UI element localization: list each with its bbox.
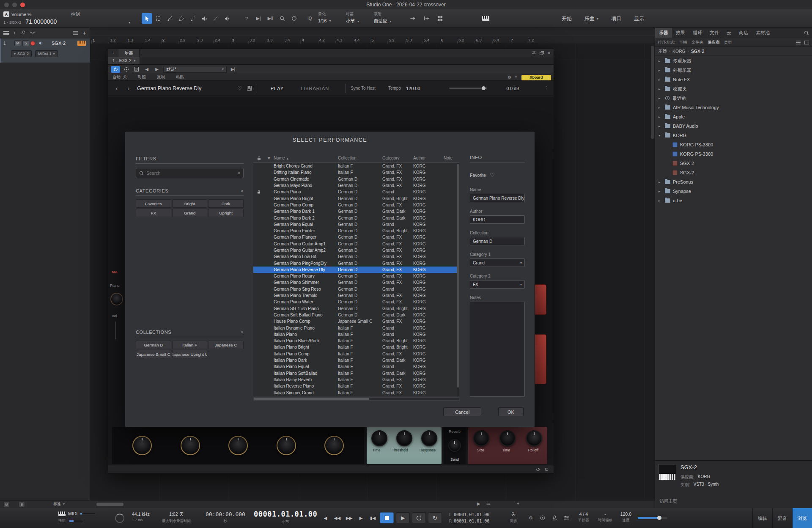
category-filter-FX[interactable]: FX (136, 209, 171, 217)
name-column-header[interactable]: Name ▲ (274, 156, 338, 160)
tree-item-KORG PS-3300[interactable]: KORG PS-3300 (655, 149, 812, 159)
redo-icon[interactable]: ↻ (544, 467, 549, 473)
info-category1-select[interactable]: Grand▾ (470, 258, 525, 267)
snap-select[interactable]: 吸附 自适应▾ (374, 11, 404, 24)
tool-icon[interactable] (20, 30, 25, 36)
page-button-乐曲[interactable]: 乐曲▾ (584, 15, 598, 22)
browser-tab-商店[interactable]: 商店 (735, 28, 752, 38)
piano-param-knob-4[interactable] (277, 436, 296, 455)
piano-param-knob-3[interactable] (228, 436, 248, 455)
clock-display[interactable]: 00:00:00.000 秒 (202, 511, 249, 524)
performance-monitor[interactable]: MIDI 性能 (58, 511, 95, 523)
collection-filter-Japanese Small C[interactable]: Japanese Small C (136, 350, 171, 358)
keyboard-icon[interactable] (481, 13, 490, 24)
undo-icon[interactable]: ↺ (536, 467, 540, 473)
tree-arrow-icon[interactable]: ▸ (658, 115, 662, 119)
paint-tool[interactable] (176, 13, 187, 24)
tree-arrow-icon[interactable]: ▸ (658, 87, 662, 91)
piano-param-knob-5[interactable] (324, 436, 344, 455)
quantize-select[interactable]: 量化 1/16▾ (318, 11, 344, 23)
instrument-tab[interactable]: 乐器 (118, 49, 140, 57)
performance-row[interactable]: Italian PianoItalian FGrandKORG (253, 331, 459, 338)
performance-row[interactable]: Drifting Italian PianoItalian FGrand, FX… (253, 169, 459, 176)
paste-button[interactable]: 粘贴 (176, 74, 184, 80)
iq-label[interactable]: IQ (307, 16, 312, 21)
play-button[interactable]: ▶ (396, 512, 410, 523)
tree-item-SGX-2[interactable]: SGX-2 (655, 168, 812, 177)
follow-cursor-icon[interactable]: ▶ (477, 501, 480, 506)
favorite-toggle-icon[interactable]: ♡ (490, 172, 495, 178)
browser-tab-效果[interactable]: 效果 (672, 28, 689, 38)
tree-item-KORG[interactable]: ▾KORG (655, 131, 812, 140)
category-filter-Upright[interactable]: Upright (208, 209, 244, 217)
sync-display[interactable]: 关 同步 (506, 512, 521, 524)
category-filter-Bright[interactable]: Bright (172, 199, 208, 208)
add-tab-button[interactable]: + (108, 49, 118, 57)
knife-tool[interactable] (187, 13, 198, 24)
tree-arrow-icon[interactable]: ▾ (658, 134, 662, 138)
step-forward-button[interactable]: ▶ (356, 512, 366, 523)
wave-icon[interactable] (30, 31, 36, 35)
sort-option-文件夹[interactable]: 文件夹 (691, 40, 704, 45)
detach-icon[interactable] (540, 51, 544, 55)
control-link-display[interactable]: 控制 ▾ (71, 11, 130, 26)
sort-option-平铺[interactable]: 平铺 (679, 40, 687, 45)
browser-tab-素材池[interactable]: 素材池 (752, 28, 774, 38)
piano-param-knob-1[interactable] (132, 436, 152, 455)
tree-item-AIR Music Technology[interactable]: ▸AIR Music Technology (655, 103, 812, 112)
return-to-start-button[interactable]: ▮◀ (368, 512, 378, 523)
performance-row[interactable]: German Piano EqualGerman DGrandKORG (253, 221, 459, 228)
mute-tool[interactable] (199, 13, 209, 24)
dyn-threshold-knob[interactable] (396, 430, 412, 446)
automation-display[interactable]: AVolume % 1 - SGX-271.0000000 (3, 11, 57, 25)
performance-row[interactable]: German Piano Dark 2German DGrand, DarkKO… (253, 214, 459, 221)
zoom-in-icon[interactable]: + (517, 501, 519, 506)
dyn-response-knob[interactable] (421, 430, 437, 446)
performance-row[interactable]: German Piano PingPongDlyGerman DGrand, F… (253, 260, 459, 266)
rev-rolloff-knob[interactable] (526, 430, 542, 446)
tree-arrow-icon[interactable]: ▸ (658, 124, 662, 128)
sort-option-类型[interactable]: 类型 (724, 40, 732, 45)
automation-mode[interactable]: 自动: 关 (112, 74, 127, 80)
reverb-send-knob[interactable] (448, 439, 461, 452)
performance-row[interactable]: Italian Piano BrightItalian FGrand, Brig… (253, 344, 459, 350)
search-input[interactable] (146, 170, 235, 176)
track-mute-button[interactable]: M (14, 40, 21, 46)
browser-tab-循环[interactable]: 循环 (689, 28, 706, 38)
compare-button[interactable]: 对照 (138, 74, 146, 80)
kebab-menu-icon[interactable]: ⋮ (544, 85, 549, 91)
next-performance-button[interactable]: › (125, 85, 132, 92)
performance-row[interactable]: German SG-1-ish PianoGerman DGrand, Brig… (253, 305, 459, 312)
panel-layout-icon[interactable] (804, 41, 809, 44)
view-tab-混音[interactable]: 混音 (772, 508, 792, 528)
tree-item-SGX-2[interactable]: SGX-2 (655, 159, 812, 168)
cancel-button[interactable]: Cancel (443, 407, 481, 416)
bend-tool[interactable] (210, 13, 221, 24)
preset-tab[interactable]: 1 - SGX-2▾ (108, 57, 140, 64)
offset-display[interactable]: - 时间偏移 (595, 512, 616, 523)
info-category2-select[interactable]: FX▾ (470, 280, 525, 289)
tree-arrow-icon[interactable]: ▸ (658, 190, 662, 193)
pin-icon[interactable] (532, 51, 536, 55)
performance-row[interactable]: German Piano Strg ResoGerman DGrandKORG (253, 286, 459, 292)
rewind-button[interactable]: ◀◀ (332, 512, 342, 523)
tree-arrow-icon[interactable]: ▸ (658, 78, 662, 82)
window-button-1[interactable] (4, 3, 9, 7)
performance-row[interactable]: German Piano ShimmerGerman DGrand, FXKOR… (253, 279, 459, 286)
tree-arrow-icon[interactable]: ▸ (658, 69, 662, 72)
timebase-select[interactable]: 时基 小节▾ (346, 11, 372, 24)
performance-row[interactable]: German Piano Reverse DlyGerman DGrand, F… (253, 267, 459, 273)
play-from-icon[interactable]: ▶| (254, 13, 263, 24)
play-pause-icon[interactable]: ▶‖ (266, 13, 275, 24)
performance-row[interactable]: House Piano CompJapanese Small CGrand, F… (253, 318, 459, 324)
gear-icon[interactable]: ⚙ (508, 75, 511, 80)
cpu-gauge[interactable] (115, 514, 124, 523)
tree-item-最近的[interactable]: ▸最近的 (655, 94, 812, 103)
tree-item-BABY Audio[interactable]: ▸BABY Audio (655, 121, 812, 131)
breadcrumb-item[interactable]: KORG (672, 49, 686, 54)
tree-arrow-icon[interactable]: ▸ (658, 199, 662, 203)
precount-icon[interactable] (539, 514, 546, 522)
breadcrumb-item[interactable]: SGX-2 (691, 49, 705, 54)
collection-column-header[interactable]: Collection (338, 156, 382, 160)
category-filter-Dark[interactable]: Dark (208, 199, 244, 208)
